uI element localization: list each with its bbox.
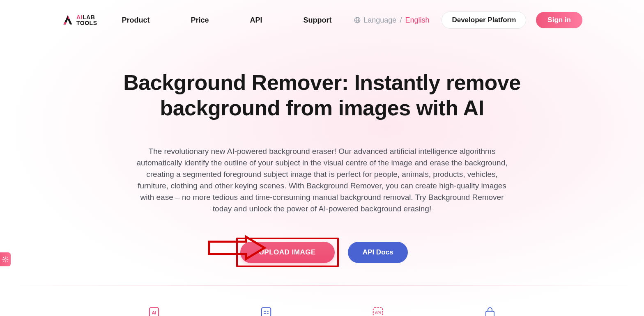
language-switcher[interactable]: Language / English (354, 16, 429, 25)
secure-feature-icon (484, 306, 496, 316)
developer-platform-button[interactable]: Developer Platform (442, 11, 526, 29)
language-value: English (405, 16, 429, 25)
svg-text:API: API (375, 311, 381, 315)
svg-text:AI: AI (152, 310, 156, 315)
nav-product[interactable]: Product (122, 16, 150, 25)
api-feature-icon: API (372, 306, 384, 316)
gear-icon (2, 256, 9, 263)
feature-row: AI API (65, 306, 579, 316)
language-label: Language (363, 16, 396, 25)
api-docs-button[interactable]: API Docs (348, 242, 408, 263)
main-content: Background Remover: Instantly remove bac… (92, 70, 552, 267)
cta-row: UPLOAD IMAGE API Docs (100, 238, 544, 267)
svg-rect-3 (262, 308, 271, 316)
signin-button[interactable]: Sign in (536, 12, 582, 28)
section-divider (0, 285, 644, 286)
adjust-feature-icon (260, 306, 272, 316)
ai-feature-icon: AI (148, 306, 160, 316)
main-nav: Product Price API Support (122, 16, 331, 25)
nav-price[interactable]: Price (191, 16, 209, 25)
nav-support[interactable]: Support (304, 16, 332, 25)
hero-description: The revolutionary new AI-powered backgro… (133, 146, 511, 215)
svg-rect-6 (486, 311, 494, 316)
brand-mark-icon (62, 14, 74, 26)
globe-icon (354, 16, 361, 24)
hero-title: Background Remover: Instantly remove bac… (100, 70, 544, 121)
language-sep: / (400, 16, 402, 25)
brand-text: AILAB TOOLS (76, 14, 97, 26)
upload-image-button[interactable]: UPLOAD IMAGE (240, 242, 335, 263)
side-settings-tab[interactable] (0, 252, 11, 266)
site-header: AILAB TOOLS Product Price API Support La… (0, 0, 644, 29)
nav-api[interactable]: API (250, 16, 262, 25)
upload-highlight-box: UPLOAD IMAGE (236, 238, 339, 267)
brand-logo[interactable]: AILAB TOOLS (62, 14, 97, 26)
svg-point-7 (5, 259, 6, 260)
